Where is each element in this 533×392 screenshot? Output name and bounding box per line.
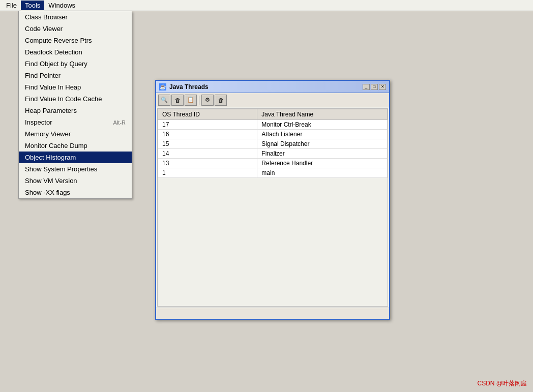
- window-toolbar: 🔍 🗑 📋 ⚙ 🗑: [156, 93, 389, 107]
- menu-item-inspector[interactable]: Inspector Alt-R: [19, 116, 132, 128]
- menu-item-code-viewer[interactable]: Code Viewer: [19, 23, 132, 35]
- toolbar-delete-btn[interactable]: 🗑: [171, 95, 184, 106]
- window-maximize-btn[interactable]: □: [371, 84, 378, 90]
- menu-item-show-system-properties[interactable]: Show System Properties: [19, 163, 132, 175]
- cell-os-thread-id: 1: [158, 168, 257, 178]
- cell-java-thread-name: Monitor Ctrl-Break: [257, 120, 388, 130]
- toolbar-trash-btn[interactable]: 🗑: [215, 95, 227, 106]
- cell-os-thread-id: 13: [158, 159, 257, 168]
- col-header-os-thread-id: OS Thread ID: [158, 109, 257, 120]
- thread-table-container[interactable]: OS Thread ID Java Thread Name 17Monitor …: [157, 108, 388, 307]
- toolbar-settings-btn[interactable]: ⚙: [201, 95, 214, 106]
- table-row[interactable]: 15Signal Dispatcher: [158, 139, 388, 149]
- table-row[interactable]: 1main: [158, 168, 388, 178]
- menu-item-memory-viewer[interactable]: Memory Viewer: [19, 128, 132, 140]
- menu-item-find-value-in-code-cache[interactable]: Find Value In Code Cache: [19, 93, 132, 105]
- cell-os-thread-id: 17: [158, 120, 257, 130]
- window-statusbar: [156, 308, 389, 319]
- menu-item-show-xx-flags[interactable]: Show -XX flags: [19, 187, 132, 198]
- table-row[interactable]: 16Attach Listener: [158, 130, 388, 139]
- window-titlebar: ☕ Java Threads _ □ ✕: [156, 81, 389, 93]
- cell-java-thread-name: Reference Handler: [257, 159, 388, 168]
- cell-java-thread-name: Signal Dispatcher: [257, 139, 388, 149]
- cell-os-thread-id: 16: [158, 130, 257, 139]
- cell-java-thread-name: Attach Listener: [257, 130, 388, 139]
- menu-file[interactable]: File: [2, 1, 21, 10]
- table-row[interactable]: 17Monitor Ctrl-Break: [158, 120, 388, 130]
- thread-table: OS Thread ID Java Thread Name 17Monitor …: [158, 109, 388, 178]
- toolbar-copy-btn[interactable]: 📋: [185, 95, 197, 106]
- menu-item-show-vm-version[interactable]: Show VM Version: [19, 175, 132, 187]
- menu-item-compute-reverse-ptrs[interactable]: Compute Reverse Ptrs: [19, 35, 132, 46]
- menu-item-find-pointer[interactable]: Find Pointer: [19, 70, 132, 81]
- menu-item-inspector-label: Inspector: [25, 118, 52, 126]
- cell-java-thread-name: main: [257, 168, 388, 178]
- menu-windows[interactable]: Windows: [44, 1, 79, 10]
- window-title-text: Java Threads: [169, 83, 209, 91]
- toolbar-search-btn[interactable]: 🔍: [158, 95, 170, 106]
- menu-item-find-object-by-query[interactable]: Find Object by Query: [19, 58, 132, 70]
- window-minimize-btn[interactable]: _: [363, 84, 370, 90]
- window-title: ☕ Java Threads: [159, 83, 209, 91]
- table-row[interactable]: 14Finalizer: [158, 149, 388, 159]
- menu-item-deadlock-detection[interactable]: Deadlock Detection: [19, 46, 132, 58]
- cell-os-thread-id: 15: [158, 139, 257, 149]
- menu-item-find-value-in-heap[interactable]: Find Value In Heap: [19, 81, 132, 93]
- menubar: File Tools Windows: [0, 0, 533, 11]
- col-header-java-thread-name: Java Thread Name: [257, 109, 388, 120]
- window-controls: _ □ ✕: [363, 84, 386, 90]
- tools-dropdown-menu: Class Browser Code Viewer Compute Revers…: [18, 11, 132, 199]
- menu-item-class-browser[interactable]: Class Browser: [19, 11, 132, 23]
- java-threads-window: ☕ Java Threads _ □ ✕ 🔍 🗑 📋 ⚙ 🗑 OS T: [155, 80, 390, 320]
- cell-os-thread-id: 14: [158, 149, 257, 159]
- menu-item-inspector-shortcut: Alt-R: [113, 119, 126, 126]
- window-title-icon: ☕: [159, 83, 166, 91]
- toolbar-separator: [199, 96, 199, 105]
- table-row[interactable]: 13Reference Handler: [158, 159, 388, 168]
- menu-item-monitor-cache-dump[interactable]: Monitor Cache Dump: [19, 140, 132, 152]
- menu-item-heap-parameters[interactable]: Heap Parameters: [19, 105, 132, 116]
- menu-tools[interactable]: Tools: [21, 1, 44, 10]
- watermark: CSDN @叶落闲庭: [477, 379, 527, 388]
- cell-java-thread-name: Finalizer: [257, 149, 388, 159]
- window-close-btn[interactable]: ✕: [379, 84, 386, 90]
- menu-item-object-histogram[interactable]: Object Histogram: [19, 152, 132, 163]
